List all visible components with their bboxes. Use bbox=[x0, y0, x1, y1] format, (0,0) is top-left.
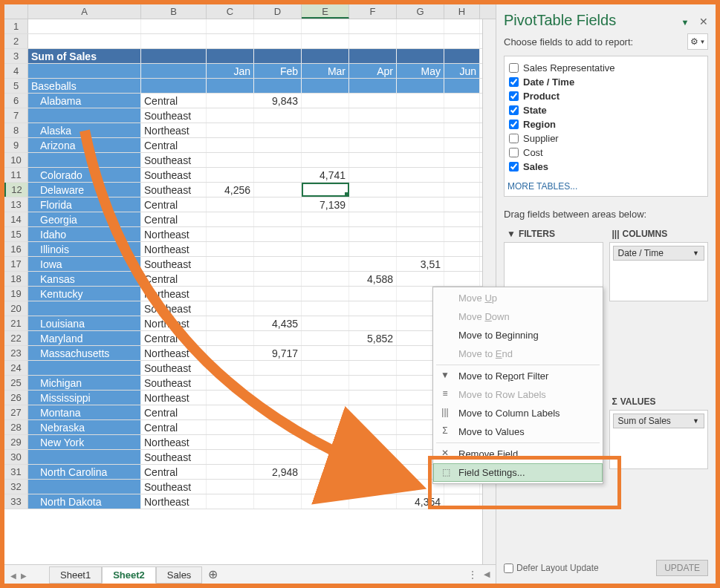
tab-sales[interactable]: Sales bbox=[156, 566, 203, 584]
region-cell[interactable]: Southeast bbox=[141, 480, 207, 494]
close-icon[interactable]: ✕ bbox=[699, 16, 708, 27]
field-sales-representative[interactable]: Sales Representative bbox=[507, 61, 704, 75]
region-cell[interactable]: Northeast bbox=[141, 346, 207, 360]
region-cell[interactable]: Southeast bbox=[141, 168, 207, 182]
field-supplier[interactable]: Supplier bbox=[507, 131, 704, 146]
state-cell[interactable]: Colorado bbox=[28, 168, 141, 182]
region-cell[interactable]: Northeast bbox=[141, 227, 207, 241]
state-cell[interactable]: Alaska bbox=[28, 123, 141, 137]
state-cell[interactable] bbox=[28, 108, 141, 122]
region-cell[interactable]: Southeast bbox=[141, 153, 207, 167]
state-cell[interactable]: Kentucky bbox=[28, 287, 141, 301]
state-cell[interactable]: Idaho bbox=[28, 227, 141, 241]
month-feb[interactable]: Feb bbox=[254, 64, 302, 78]
col-header-a[interactable]: A bbox=[28, 4, 141, 19]
state-cell[interactable]: Massachusetts bbox=[28, 346, 141, 360]
month-may[interactable]: May bbox=[397, 64, 444, 78]
menu-field-settings-[interactable]: ⬚Field Settings... bbox=[433, 463, 603, 482]
field-date-time[interactable]: Date / Time bbox=[507, 75, 704, 89]
menu-move-to-beginning[interactable]: Move to Beginning bbox=[433, 326, 603, 344]
region-cell[interactable]: Central bbox=[141, 197, 207, 212]
menu-move-to-column-labels[interactable]: |||Move to Column Labels bbox=[433, 404, 603, 422]
state-cell[interactable]: Florida bbox=[28, 197, 141, 212]
category-baseballs[interactable]: Baseballs bbox=[28, 79, 141, 93]
col-header-d[interactable]: D bbox=[254, 4, 302, 19]
state-cell[interactable] bbox=[28, 361, 141, 375]
region-cell[interactable]: Northeast bbox=[141, 123, 207, 137]
gear-button[interactable]: ⚙ ▼ bbox=[687, 33, 708, 50]
month-jun[interactable]: Jun bbox=[444, 64, 480, 78]
col-header-g[interactable]: G bbox=[397, 4, 444, 19]
region-cell[interactable]: Central bbox=[141, 405, 207, 419]
region-cell[interactable]: Southeast bbox=[141, 183, 207, 197]
state-cell[interactable] bbox=[28, 480, 141, 494]
region-cell[interactable]: Southeast bbox=[141, 257, 207, 271]
col-header-c[interactable]: C bbox=[207, 4, 254, 19]
field-region[interactable]: Region bbox=[507, 117, 704, 131]
state-cell[interactable]: Nebraska bbox=[28, 420, 141, 434]
state-cell[interactable]: Iowa bbox=[28, 257, 141, 271]
menu-remove-field[interactable]: ✕Remove Field bbox=[433, 445, 603, 463]
add-sheet-button[interactable]: ⊕ bbox=[208, 567, 218, 581]
menu-move-to-values[interactable]: ΣMove to Values bbox=[433, 422, 603, 441]
update-button[interactable]: UPDATE bbox=[656, 560, 708, 576]
field-sales[interactable]: Sales bbox=[507, 160, 704, 174]
state-cell[interactable]: Maryland bbox=[28, 331, 141, 345]
region-cell[interactable]: Central bbox=[141, 331, 207, 345]
col-header-b[interactable]: B bbox=[141, 4, 207, 19]
state-cell[interactable]: Illinois bbox=[28, 242, 141, 256]
state-cell[interactable]: Mississippi bbox=[28, 391, 141, 405]
state-cell[interactable]: Delaware bbox=[28, 183, 141, 197]
pivot-title[interactable]: Sum of Sales bbox=[28, 49, 141, 63]
state-cell[interactable]: Arizona bbox=[28, 138, 141, 152]
region-cell[interactable]: Central bbox=[141, 272, 207, 286]
state-cell[interactable]: North Carolina bbox=[28, 465, 141, 479]
region-cell[interactable]: Central bbox=[141, 420, 207, 434]
month-mar[interactable]: Mar bbox=[302, 64, 349, 78]
region-cell[interactable]: Central bbox=[141, 212, 207, 226]
state-cell[interactable] bbox=[28, 301, 141, 316]
state-cell[interactable] bbox=[28, 153, 141, 167]
region-cell[interactable]: Southeast bbox=[141, 361, 207, 375]
tab-prev-icon[interactable]: ◀ bbox=[10, 572, 18, 581]
defer-layout-checkbox[interactable]: Defer Layout Update bbox=[504, 563, 599, 573]
field-cost[interactable]: Cost bbox=[507, 146, 704, 160]
region-cell[interactable]: Northeast bbox=[141, 316, 207, 330]
state-cell[interactable] bbox=[28, 450, 141, 464]
region-cell[interactable]: Northeast bbox=[141, 242, 207, 256]
region-cell[interactable]: Southeast bbox=[141, 301, 207, 316]
state-cell[interactable]: Georgia bbox=[28, 212, 141, 226]
state-cell[interactable]: North Dakota bbox=[28, 494, 141, 509]
region-cell[interactable]: Southeast bbox=[141, 108, 207, 122]
pill-date-time[interactable]: Date / Time▼ bbox=[613, 246, 705, 261]
region-cell[interactable]: Northeast bbox=[141, 494, 207, 509]
area-values[interactable]: Sum of Sales▼ bbox=[609, 410, 709, 469]
more-tables-link[interactable]: MORE TABLES... bbox=[507, 181, 704, 192]
tab-sheet1[interactable]: Sheet1 bbox=[49, 566, 102, 584]
col-header-h[interactable]: H bbox=[444, 4, 480, 19]
tab-options-icon[interactable]: ⋮ bbox=[467, 569, 478, 581]
region-cell[interactable]: Southeast bbox=[141, 376, 207, 390]
month-jan[interactable]: Jan bbox=[207, 64, 254, 78]
region-cell[interactable]: Northeast bbox=[141, 435, 207, 449]
tab-sheet2[interactable]: Sheet2 bbox=[102, 566, 156, 584]
field-state[interactable]: State bbox=[507, 103, 704, 117]
region-cell[interactable]: Central bbox=[141, 94, 207, 108]
state-cell[interactable]: Michigan bbox=[28, 376, 141, 390]
field-product[interactable]: Product bbox=[507, 89, 704, 103]
panel-dropdown-icon[interactable]: ▼ bbox=[681, 18, 690, 27]
menu-move-to-report-filter[interactable]: ▼Move to Report Filter bbox=[433, 367, 603, 385]
state-cell[interactable]: Alabama bbox=[28, 94, 141, 108]
area-columns[interactable]: Date / Time▼ bbox=[609, 242, 709, 301]
region-cell[interactable]: Northeast bbox=[141, 287, 207, 301]
state-cell[interactable]: Montana bbox=[28, 405, 141, 419]
pill-sum-of-sales[interactable]: Sum of Sales▼ bbox=[613, 414, 705, 428]
state-cell[interactable]: New York bbox=[28, 435, 141, 449]
scroll-left-icon[interactable]: ◀ bbox=[484, 569, 490, 579]
state-cell[interactable]: Louisiana bbox=[28, 316, 141, 330]
region-cell[interactable]: Central bbox=[141, 138, 207, 152]
tab-next-icon[interactable]: ▶ bbox=[21, 572, 28, 581]
col-header-f[interactable]: F bbox=[349, 4, 397, 19]
month-apr[interactable]: Apr bbox=[349, 64, 397, 78]
region-cell[interactable]: Southeast bbox=[141, 450, 207, 464]
